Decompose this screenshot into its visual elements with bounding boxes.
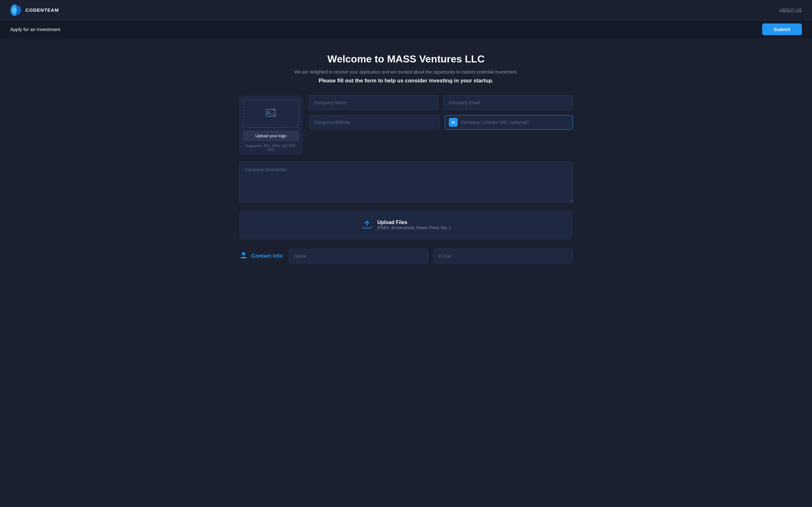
svg-point-7: [242, 252, 245, 256]
codenteam-logo-icon: [10, 4, 22, 16]
navbar: CODENTEAM ABOUT US: [0, 0, 812, 20]
upload-files-subtitle: (PDFs, Screenshots, Power Point, Etc..): [377, 225, 450, 230]
page-instruction: Please fill out the form to help us cons…: [239, 78, 573, 84]
upload-files-title: Upload Files: [377, 220, 450, 225]
page-title: Welcome to MASS Ventures LLC: [239, 53, 573, 65]
subheader: Apply for an Investment Submit: [0, 20, 812, 38]
name-email-row: [309, 95, 573, 110]
logo-supported-text: Supported: JPG, PNG, GIF, PDF, SVG: [243, 144, 299, 152]
logo-drop-zone[interactable]: [243, 99, 299, 128]
submit-button[interactable]: Submit: [762, 23, 802, 35]
image-upload-icon: [265, 107, 276, 120]
company-linkedin-input[interactable]: [461, 120, 569, 125]
logo-text: CODENTEAM: [26, 7, 59, 13]
contact-fields: [289, 249, 573, 263]
person-icon: [239, 250, 248, 262]
svg-point-2: [12, 7, 17, 13]
upload-files-area[interactable]: Upload Files (PDFs, Screenshots, Power P…: [239, 210, 573, 239]
company-fields-group: in: [309, 95, 573, 130]
page-subtitle: We are delighted to receive your applica…: [239, 69, 573, 74]
upload-files-inner: Upload Files (PDFs, Screenshots, Power P…: [361, 218, 450, 232]
form-top-row: Upload your logo Supported: JPG, PNG, GI…: [239, 95, 573, 155]
logo-upload-area: Upload your logo Supported: JPG, PNG, GI…: [239, 95, 303, 155]
linkedin-icon: in: [449, 118, 458, 127]
website-linkedin-row: in: [309, 115, 573, 130]
company-website-input[interactable]: [309, 115, 440, 130]
main-content: Welcome to MASS Ventures LLC We are deli…: [232, 38, 580, 282]
company-name-input[interactable]: [309, 95, 438, 110]
company-email-input[interactable]: [444, 95, 573, 110]
contact-info-section: Contact Info: [239, 249, 573, 263]
contact-email-input[interactable]: [434, 249, 573, 263]
contact-info-label-area: Contact Info: [239, 250, 283, 262]
upload-files-icon: [361, 218, 373, 232]
contact-name-input[interactable]: [289, 249, 428, 263]
upload-logo-button[interactable]: Upload your logo: [243, 131, 299, 141]
logo-area: CODENTEAM: [10, 4, 59, 16]
upload-files-text: Upload Files (PDFs, Screenshots, Power P…: [377, 220, 450, 230]
subheader-title: Apply for an Investment: [10, 26, 60, 32]
company-description-textarea[interactable]: [239, 162, 573, 203]
contact-info-label: Contact Info: [251, 253, 283, 259]
linkedin-input-wrapper: in: [445, 115, 573, 130]
about-us-link[interactable]: ABOUT US: [780, 8, 802, 12]
